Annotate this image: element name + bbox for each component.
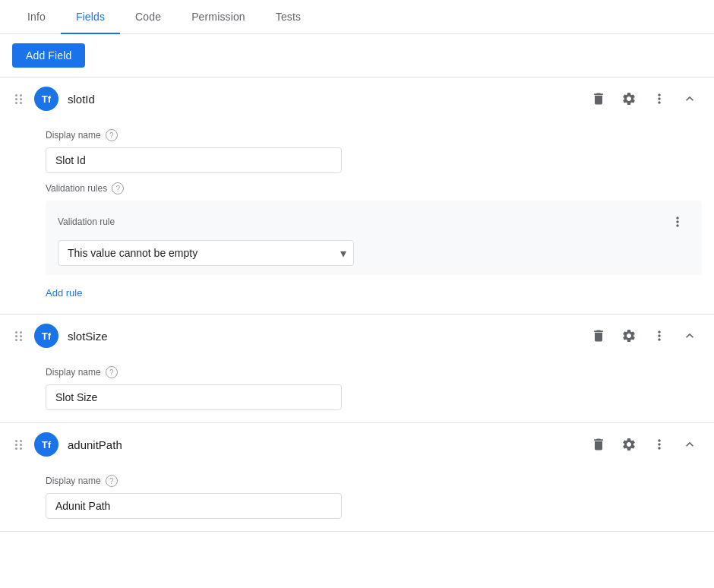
delete-button-adunitpath[interactable] bbox=[586, 432, 611, 457]
display-name-input-slotsize[interactable] bbox=[46, 384, 342, 410]
display-name-input-slotid[interactable] bbox=[46, 147, 342, 173]
add-rule-button-slotid[interactable]: Add rule bbox=[46, 284, 82, 302]
field-header-slotsize: Tf slotSize bbox=[0, 315, 714, 357]
drag-handle-slotid[interactable] bbox=[12, 91, 25, 107]
field-name-slotid: slotId bbox=[68, 93, 577, 106]
field-header-slotid: Tf slotId bbox=[0, 77, 714, 120]
field-item-slotid: Tf slotId Display name ? Validation rul bbox=[0, 77, 714, 315]
collapse-button-slotid[interactable] bbox=[678, 87, 702, 111]
display-name-help-icon-adunitpath[interactable]: ? bbox=[106, 475, 118, 487]
toolbar: Add Field bbox=[0, 34, 714, 77]
display-name-input-adunitpath[interactable] bbox=[46, 493, 342, 519]
field-body-slotid: Display name ? Validation rules ? Valida… bbox=[0, 129, 714, 314]
tab-bar: Info Fields Code Permission Tests bbox=[0, 0, 714, 34]
field-item-slotsize: Tf slotSize Display name ? bbox=[0, 315, 714, 423]
field-body-slotsize: Display name ? bbox=[0, 366, 714, 422]
validation-select-wrapper-slotid: This value cannot be empty ▾ bbox=[58, 240, 354, 266]
tab-tests[interactable]: Tests bbox=[261, 0, 316, 33]
collapse-button-adunitpath[interactable] bbox=[678, 432, 702, 457]
tab-permission[interactable]: Permission bbox=[176, 0, 261, 33]
add-field-button[interactable]: Add Field bbox=[12, 43, 85, 68]
field-avatar-slotid: Tf bbox=[34, 87, 58, 111]
drag-handle-adunitpath[interactable] bbox=[12, 437, 25, 453]
more-button-slotsize[interactable] bbox=[647, 324, 671, 348]
validation-more-button-slotid[interactable] bbox=[665, 210, 690, 234]
field-actions-slotsize bbox=[586, 324, 702, 348]
display-name-help-icon-slotid[interactable]: ? bbox=[106, 129, 118, 141]
more-button-slotid[interactable] bbox=[647, 87, 671, 111]
field-item-adunitpath: Tf adunitPath Display name ? bbox=[0, 423, 714, 532]
field-avatar-slotsize: Tf bbox=[34, 324, 58, 348]
more-button-adunitpath[interactable] bbox=[647, 432, 671, 457]
drag-handle-slotsize[interactable] bbox=[12, 328, 25, 344]
field-name-adunitpath: adunitPath bbox=[68, 438, 577, 451]
validation-rules-label-slotid: Validation rules ? bbox=[46, 182, 702, 194]
display-name-label-slotsize: Display name ? bbox=[46, 366, 702, 378]
settings-button-slotsize[interactable] bbox=[617, 324, 641, 348]
validation-section-slotid: Validation rules ? Validation rule This … bbox=[46, 182, 702, 302]
delete-button-slotsize[interactable] bbox=[586, 324, 611, 348]
display-name-help-icon-slotsize[interactable]: ? bbox=[106, 366, 118, 378]
settings-button-slotid[interactable] bbox=[617, 87, 641, 111]
field-avatar-adunitpath: Tf bbox=[34, 432, 58, 457]
collapse-button-slotsize[interactable] bbox=[678, 324, 702, 348]
delete-button-slotid[interactable] bbox=[586, 87, 611, 111]
settings-button-adunitpath[interactable] bbox=[617, 432, 641, 457]
tab-fields[interactable]: Fields bbox=[61, 0, 120, 33]
display-name-label-slotid: Display name ? bbox=[46, 129, 702, 141]
field-name-slotsize: slotSize bbox=[68, 330, 577, 343]
field-actions-slotid bbox=[586, 87, 702, 111]
tab-code[interactable]: Code bbox=[120, 0, 176, 33]
validation-rule-box-slotid: Validation rule This value cannot be emp… bbox=[46, 201, 702, 275]
tab-info[interactable]: Info bbox=[12, 0, 61, 33]
validation-rule-header-slotid: Validation rule bbox=[58, 210, 690, 234]
display-name-label-adunitpath: Display name ? bbox=[46, 475, 702, 487]
field-body-adunitpath: Display name ? bbox=[0, 475, 714, 531]
field-header-adunitpath: Tf adunitPath bbox=[0, 423, 714, 466]
validation-rules-help-icon-slotid[interactable]: ? bbox=[112, 182, 124, 194]
field-actions-adunitpath bbox=[586, 432, 702, 457]
validation-select-slotid[interactable]: This value cannot be empty bbox=[58, 240, 354, 266]
